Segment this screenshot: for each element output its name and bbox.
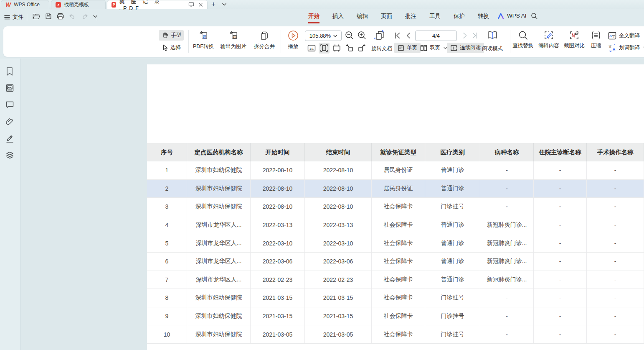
table-cell: - bbox=[587, 271, 644, 289]
zoom-level-select[interactable]: 105.88% bbox=[305, 31, 342, 41]
table-cell: 社会保障卡 bbox=[372, 216, 425, 234]
double-page-label: 双页 bbox=[430, 44, 440, 51]
actual-size-icon[interactable]: 1:1 bbox=[307, 44, 316, 52]
layers-icon[interactable] bbox=[5, 151, 14, 159]
compress-button[interactable]: 压缩 bbox=[587, 31, 605, 49]
table-cell: 普通门诊 bbox=[425, 161, 480, 179]
table-cell: 3 bbox=[147, 198, 187, 216]
zoom-out-icon[interactable] bbox=[345, 31, 354, 40]
table-row: 10深圳市妇幼保健院2021-03-052021-03-05社会保障卡门诊挂号-… bbox=[147, 325, 644, 344]
table-cell: 社会保障卡 bbox=[372, 271, 425, 289]
print-icon[interactable] bbox=[57, 13, 64, 20]
table-cell: - bbox=[534, 325, 587, 343]
rotate-right-icon[interactable] bbox=[357, 44, 366, 52]
page-indicator-input[interactable]: 4/4 bbox=[415, 31, 457, 41]
full-translate-button[interactable]: A 字 全文翻译 bbox=[608, 31, 640, 40]
split-merge-button[interactable]: 拆分合并 bbox=[251, 31, 278, 50]
undo-icon[interactable] bbox=[69, 13, 76, 20]
read-mode-icon[interactable] bbox=[487, 30, 498, 41]
full-translate-icon: A 字 bbox=[608, 32, 616, 40]
menu-item-page[interactable]: 页面 bbox=[381, 13, 392, 20]
play-button[interactable]: 播放 bbox=[284, 30, 302, 50]
attachment-icon[interactable] bbox=[5, 117, 14, 126]
word-translate-button[interactable]: 文 A 划词翻译 bbox=[608, 43, 644, 52]
continuous-read-button[interactable]: 连续阅读 bbox=[447, 43, 484, 53]
menu-item-comment[interactable]: 批注 bbox=[405, 13, 416, 20]
svg-text:W: W bbox=[203, 36, 205, 38]
single-page-label: 单页 bbox=[407, 44, 417, 51]
tab-docer[interactable]: 找稻壳模板 bbox=[51, 0, 106, 9]
edit-content-button[interactable]: 编辑内容 bbox=[536, 31, 561, 49]
document-viewport[interactable]: 序号定点医药机构名称开始时间结束时间就诊凭证类型医疗类别病种名称住院主诊断名称手… bbox=[21, 59, 644, 350]
table-cell: 2 bbox=[147, 180, 187, 198]
table-header-cell: 开始时间 bbox=[251, 143, 305, 161]
fit-width-button[interactable] bbox=[319, 43, 330, 54]
prev-page-icon[interactable] bbox=[406, 32, 411, 39]
table-cell: - bbox=[480, 325, 534, 343]
zoom-in-icon[interactable] bbox=[357, 31, 366, 40]
find-replace-button[interactable]: 查找替换 bbox=[510, 31, 536, 49]
double-page-button[interactable]: 双页 bbox=[420, 43, 447, 53]
new-tab-button[interactable]: + bbox=[211, 0, 216, 8]
table-cell: - bbox=[534, 216, 587, 234]
table-header-cell: 医疗类别 bbox=[425, 143, 480, 161]
menu-item-protect[interactable]: 保护 bbox=[454, 13, 465, 20]
double-page-icon bbox=[420, 45, 427, 51]
wps-ai-button[interactable]: WPS AI bbox=[498, 13, 527, 19]
table-cell: 2022-08-10 bbox=[305, 161, 372, 179]
fit-page-icon[interactable] bbox=[332, 44, 341, 52]
divider bbox=[27, 14, 27, 21]
table-cell: 2022-08-10 bbox=[251, 180, 305, 198]
pdf-convert-button[interactable]: W PDF转换 bbox=[190, 31, 216, 50]
menu-item-insert[interactable]: 插入 bbox=[332, 13, 344, 20]
table-cell: 4 bbox=[147, 216, 187, 234]
tab-docer-label: 找稻壳模板 bbox=[64, 1, 89, 8]
table-cell: 新冠肺炎门诊... bbox=[480, 253, 534, 271]
table-cell: 深圳市妇幼保健院 bbox=[187, 325, 251, 343]
menu-item-home[interactable]: 开始 bbox=[308, 13, 319, 20]
select-tool-button[interactable]: 选择 bbox=[159, 43, 184, 53]
tab-wps-home[interactable]: W WPS Office bbox=[1, 0, 49, 9]
tab-list-chevron-icon[interactable] bbox=[222, 3, 226, 6]
file-menu-button[interactable]: 文件 bbox=[4, 13, 23, 21]
bookmark-icon[interactable] bbox=[5, 67, 14, 76]
next-page-icon[interactable] bbox=[463, 32, 467, 39]
rotate-pages-icon[interactable] bbox=[374, 30, 386, 41]
compress-label: 压缩 bbox=[591, 42, 601, 49]
thumbnail-icon[interactable] bbox=[5, 84, 14, 92]
table-cell: 9 bbox=[147, 307, 187, 325]
tab-document[interactable]: P 就 医 记 录 .PDF bbox=[107, 0, 208, 9]
table-cell: 2022-08-10 bbox=[251, 161, 305, 179]
read-mode-label[interactable]: 阅读模式 bbox=[482, 45, 503, 52]
table-cell: 门诊挂号 bbox=[425, 325, 480, 343]
comment-icon[interactable] bbox=[5, 101, 14, 109]
save-icon[interactable] bbox=[45, 13, 52, 20]
close-tab-icon[interactable] bbox=[198, 3, 203, 7]
table-cell: 1 bbox=[147, 161, 187, 179]
rotate-doc-label[interactable]: 旋转文档 bbox=[371, 45, 392, 52]
redo-icon[interactable] bbox=[81, 13, 88, 20]
table-body: 1深圳市妇幼保健院2022-08-102022-08-10居民身份证普通门诊--… bbox=[147, 161, 644, 344]
menu-search-icon[interactable] bbox=[531, 13, 538, 20]
menu-item-convert[interactable]: 转换 bbox=[478, 13, 489, 20]
table-cell: 社会保障卡 bbox=[372, 253, 425, 271]
present-monitor-icon[interactable] bbox=[188, 2, 194, 7]
screenshot-compare-button[interactable]: 截图对比 bbox=[562, 31, 586, 49]
svg-text:A: A bbox=[613, 47, 616, 51]
menu-item-tools[interactable]: 工具 bbox=[429, 13, 441, 20]
table-cell: - bbox=[480, 161, 534, 179]
last-page-icon[interactable] bbox=[472, 32, 478, 39]
docer-icon bbox=[56, 2, 61, 8]
rotate-left-icon[interactable] bbox=[345, 44, 354, 52]
open-folder-icon[interactable] bbox=[33, 13, 40, 20]
table-cell: - bbox=[587, 253, 644, 271]
ribbon-menu-items: 开始 插入 编辑 页面 批注 工具 保护 转换 bbox=[308, 13, 489, 20]
hand-tool-button[interactable]: 手型 bbox=[159, 30, 184, 41]
single-page-button[interactable]: 单页 bbox=[394, 43, 421, 53]
signature-pen-icon[interactable] bbox=[5, 134, 14, 143]
screenshot-compare-label: 截图对比 bbox=[564, 42, 585, 49]
export-image-button[interactable]: 输出为图片 bbox=[219, 31, 248, 50]
divider bbox=[281, 30, 281, 53]
first-page-icon[interactable] bbox=[395, 32, 401, 39]
menu-item-edit[interactable]: 编辑 bbox=[357, 13, 368, 20]
